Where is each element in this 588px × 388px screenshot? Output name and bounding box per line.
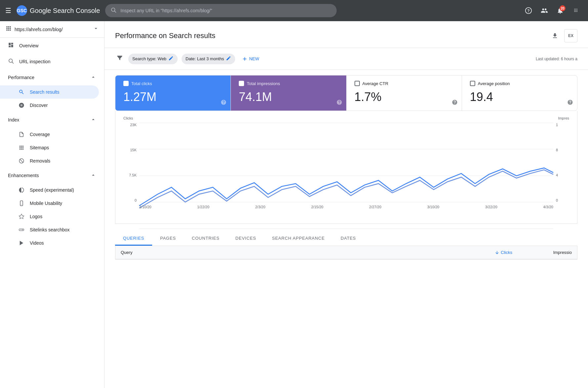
svg-marker-14: [20, 241, 23, 245]
chart-y-axis-left: 23K 15K 7.5K 0: [123, 123, 139, 202]
enhancements-section-header[interactable]: Enhancements: [0, 168, 104, 183]
logo-icon: GSC: [17, 5, 27, 16]
performance-section-header[interactable]: Performance: [0, 70, 104, 85]
average-ctr-card[interactable]: Average CTR 1.7%: [346, 75, 462, 111]
y-left-7k: 7.5K: [129, 173, 137, 177]
tab-queries[interactable]: QUERIES: [115, 232, 152, 246]
table-header-row: Query Clicks Impressio: [115, 246, 577, 259]
logos-label: Logos: [30, 214, 42, 219]
y-left-15k: 15K: [130, 148, 137, 152]
tab-dates[interactable]: DATES: [333, 232, 364, 246]
total-clicks-help-icon[interactable]: [221, 99, 227, 107]
property-selector[interactable]: https://ahrefs.com/blog/: [0, 21, 104, 38]
main-layout: https://ahrefs.com/blog/ Overview URL in…: [0, 21, 588, 388]
download-button[interactable]: [548, 29, 562, 42]
sidebar-item-url-inspection[interactable]: URL inspection: [0, 54, 99, 70]
export-button[interactable]: EX: [564, 29, 577, 42]
sidebar-item-coverage[interactable]: Coverage: [0, 128, 99, 141]
tab-countries[interactable]: COUNTRIES: [184, 232, 228, 246]
sitelinks-searchbox-label: Sitelinks searchbox: [30, 227, 70, 232]
average-ctr-checkbox[interactable]: [355, 81, 360, 86]
property-url: https://ahrefs.com/blog/: [15, 27, 90, 32]
menu-icon[interactable]: ☰: [5, 7, 11, 15]
y-left-23k: 23K: [130, 123, 137, 127]
x-label-1: 1/22/20: [197, 205, 209, 209]
x-label-5: 3/10/20: [427, 205, 440, 209]
metrics-row: Total clicks 1.27M Total impressions 74.…: [115, 75, 577, 111]
sidebar-item-overview[interactable]: Overview: [0, 38, 99, 54]
chart-x-axis: 1/10/20 1/22/20 2/3/20 2/15/20 2/27/20 3…: [139, 202, 553, 216]
search-type-label: Search type: Web: [132, 56, 166, 61]
performance-expand-icon: [90, 74, 96, 81]
performance-label: Performance: [8, 75, 34, 80]
svg-line-7: [20, 159, 23, 163]
x-label-6: 3/22/20: [485, 205, 497, 209]
sidebar-item-search-results[interactable]: Search results: [0, 85, 99, 99]
property-icon: [5, 25, 12, 33]
sidebar-item-videos[interactable]: Videos: [0, 236, 99, 250]
speed-label: Speed (experimental): [30, 187, 74, 193]
average-ctr-help-icon[interactable]: [452, 99, 458, 107]
table-clicks-col-header[interactable]: Clicks: [453, 250, 512, 255]
tab-devices[interactable]: DEVICES: [228, 232, 264, 246]
chart-title-row: Clicks Impres: [123, 116, 569, 120]
accounts-button[interactable]: [538, 4, 551, 17]
total-impressions-value: 74.1M: [239, 90, 338, 104]
average-ctr-label: Average CTR: [362, 81, 389, 86]
sidebar: https://ahrefs.com/blog/ Overview URL in…: [0, 21, 105, 388]
svg-text:?: ?: [527, 9, 529, 13]
add-filter-button[interactable]: NEW: [239, 54, 262, 64]
average-position-card[interactable]: Average position 19.4: [462, 75, 577, 111]
average-position-value: 19.4: [470, 90, 569, 104]
average-position-help-icon[interactable]: [567, 99, 573, 107]
x-label-3: 2/15/20: [311, 205, 323, 209]
index-section-header[interactable]: Index: [0, 112, 104, 128]
sidebar-item-logos[interactable]: Logos: [0, 210, 99, 223]
app-title: Google Search Console: [30, 7, 100, 15]
removals-label: Removals: [30, 158, 50, 164]
table-impressions-col-header: Impressio: [512, 250, 572, 255]
search-type-filter[interactable]: Search type: Web: [128, 54, 178, 64]
total-impressions-checkbox[interactable]: [239, 81, 244, 86]
help-button[interactable]: ?: [522, 4, 535, 17]
notifications-button[interactable]: 20: [554, 4, 567, 17]
total-clicks-card[interactable]: Total clicks 1.27M: [115, 75, 231, 111]
sidebar-item-sitelinks-searchbox[interactable]: Sitelinks searchbox: [0, 223, 99, 236]
x-label-2: 2/3/20: [255, 205, 266, 209]
sidebar-item-speed[interactable]: Speed (experimental): [0, 183, 99, 197]
url-search-bar[interactable]: Inspect any URL in "https://ahrefs.com/b…: [105, 4, 337, 17]
total-clicks-label: Total clicks: [131, 81, 152, 86]
url-inspection-icon: [8, 58, 14, 66]
apps-button[interactable]: [569, 4, 583, 17]
enhancements-label: Enhancements: [8, 173, 39, 178]
average-position-checkbox[interactable]: [470, 81, 475, 86]
tab-pages[interactable]: PAGES: [152, 232, 184, 246]
tabs: QUERIES PAGES COUNTRIES DEVICES SEARCH A…: [115, 232, 577, 246]
chart-y-right-label: Impres: [558, 116, 569, 120]
sidebar-item-mobile-usability[interactable]: Mobile Usability: [0, 197, 99, 210]
search-results-label: Search results: [30, 89, 59, 95]
sidebar-item-removals[interactable]: Removals: [0, 154, 99, 168]
total-impressions-label: Total impressions: [247, 81, 280, 86]
total-clicks-checkbox[interactable]: [123, 81, 129, 86]
y-right-1: 1: [556, 123, 558, 127]
url-inspection-label: URL inspection: [19, 59, 50, 64]
tab-search-appearance[interactable]: SEARCH APPEARANCE: [264, 232, 333, 246]
date-filter[interactable]: Date: Last 3 months: [182, 54, 235, 64]
total-clicks-value: 1.27M: [123, 90, 223, 104]
page-title: Performance on Search results: [115, 31, 543, 40]
index-label: Index: [8, 117, 19, 122]
svg-marker-10: [19, 214, 24, 219]
overview-label: Overview: [19, 43, 38, 48]
sidebar-item-sitemaps[interactable]: Sitemaps: [0, 141, 99, 154]
x-label-4: 2/27/20: [369, 205, 381, 209]
filter-icon[interactable]: [115, 53, 124, 64]
total-impressions-help-icon[interactable]: [336, 99, 342, 107]
discover-label: Discover: [30, 103, 48, 108]
total-impressions-card[interactable]: Total impressions 74.1M: [231, 75, 346, 111]
sidebar-item-discover[interactable]: Discover: [0, 99, 99, 112]
videos-label: Videos: [30, 240, 44, 246]
filter-bar: Search type: Web Date: Last 3 months NEW…: [105, 48, 588, 70]
enhancements-expand-icon: [90, 172, 96, 179]
average-position-header: Average position: [470, 81, 569, 86]
